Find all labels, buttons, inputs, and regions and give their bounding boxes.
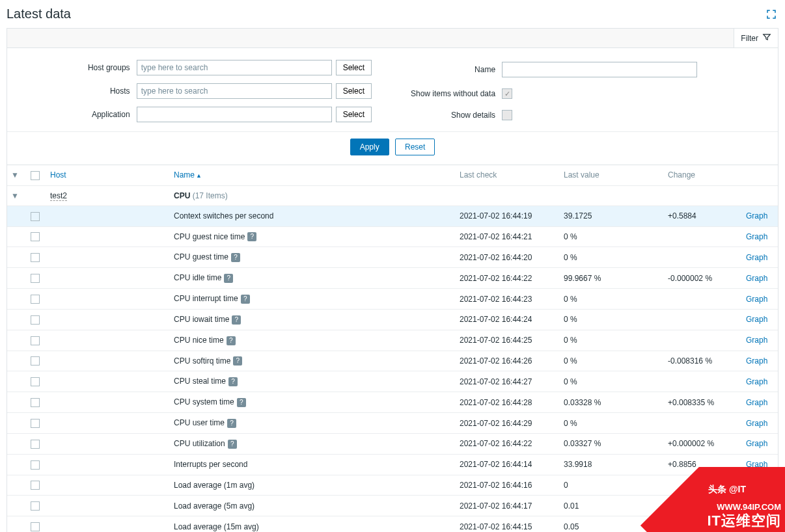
hosts-label: Hosts (88, 86, 130, 96)
collapse-group-icon[interactable]: ▼ (11, 191, 19, 200)
item-change (664, 371, 742, 392)
item-name: Load average (1m avg) (174, 481, 255, 490)
host-groups-input[interactable] (137, 60, 332, 75)
item-lastvalue: 0.01 (560, 496, 664, 516)
row-checkbox[interactable] (31, 274, 40, 283)
item-lastcheck: 2021-07-02 16:44:16 (456, 475, 560, 496)
item-change: -0.008316 % (664, 351, 742, 371)
help-icon[interactable]: ? (237, 398, 246, 407)
item-lastcheck: 2021-07-02 16:44:20 (456, 247, 560, 268)
item-change (664, 413, 742, 434)
graph-link[interactable]: Graph (746, 356, 767, 366)
row-checkbox[interactable] (31, 315, 40, 325)
item-change (664, 247, 742, 268)
table-row: CPU interrupt time?2021-07-02 16:44:230 … (7, 289, 778, 310)
graph-link[interactable]: Graph (746, 295, 767, 304)
application-select-button[interactable]: Select (336, 107, 372, 122)
graph-link[interactable]: Graph (746, 377, 767, 386)
select-all-checkbox[interactable] (31, 171, 40, 180)
row-checkbox[interactable] (31, 295, 40, 304)
item-lastvalue: 0 % (560, 309, 664, 330)
table-row: CPU guest time?2021-07-02 16:44:200 %Gra… (7, 247, 778, 268)
row-checkbox[interactable] (31, 419, 40, 428)
table-row: CPU nice time?2021-07-02 16:44:250 %Grap… (7, 330, 778, 351)
header-name[interactable]: Name▲ (174, 170, 202, 180)
row-checkbox[interactable] (31, 212, 40, 221)
row-checkbox[interactable] (31, 440, 40, 449)
collapse-all-icon[interactable]: ▼ (11, 170, 19, 180)
help-icon[interactable]: ? (241, 295, 250, 304)
apply-button[interactable]: Apply (350, 139, 389, 155)
graph-link[interactable]: Graph (746, 315, 767, 324)
show-details-label: Show details (411, 111, 495, 120)
item-name: Context switches per second (174, 211, 273, 220)
graph-link[interactable]: Graph (746, 232, 767, 241)
graph-link[interactable]: Graph (746, 398, 767, 407)
item-lastvalue: 0.03327 % (560, 433, 664, 454)
help-icon[interactable]: ? (227, 336, 236, 345)
host-groups-select-button[interactable]: Select (336, 60, 372, 75)
item-change: +0.008335 % (664, 392, 742, 413)
show-items-without-data-label: Show items without data (411, 89, 495, 98)
graph-link[interactable]: Graph (746, 460, 767, 469)
row-checkbox[interactable] (31, 377, 40, 386)
help-icon[interactable]: ? (233, 356, 242, 366)
item-lastcheck: 2021-07-02 16:44:19 (456, 206, 560, 226)
table-row: CPU idle time?2021-07-02 16:44:2299.9667… (7, 268, 778, 289)
item-lastcheck: 2021-07-02 16:44:26 (456, 351, 560, 371)
help-icon[interactable]: ? (231, 253, 240, 262)
item-lastcheck: 2021-07-02 16:44:22 (456, 268, 560, 289)
item-change: +0.5884 (664, 206, 742, 226)
help-icon[interactable]: ? (224, 274, 233, 283)
graph-link[interactable]: Graph (746, 211, 767, 220)
header-host[interactable]: Host (50, 170, 66, 180)
item-name: CPU guest nice time (174, 232, 245, 241)
table-row: Interrupts per second2021-07-02 16:44:14… (7, 454, 778, 475)
item-lastcheck: 2021-07-02 16:44:22 (456, 433, 560, 454)
show-details-checkbox[interactable] (502, 110, 512, 120)
graph-link[interactable]: Graph (746, 253, 767, 262)
row-checkbox[interactable] (31, 398, 40, 407)
row-checkbox[interactable] (31, 522, 40, 531)
reset-button[interactable]: Reset (395, 139, 435, 155)
item-lastvalue: 0 % (560, 247, 664, 268)
item-name: CPU guest time (174, 252, 228, 261)
help-icon[interactable]: ? (232, 315, 241, 325)
item-lastcheck: 2021-07-02 16:44:24 (456, 309, 560, 330)
graph-link[interactable]: Graph (746, 439, 767, 448)
item-name: Load average (15m avg) (174, 522, 259, 531)
row-checkbox[interactable] (31, 232, 40, 241)
row-checkbox[interactable] (31, 481, 40, 490)
header-change: Change (664, 165, 742, 185)
row-checkbox[interactable] (31, 253, 40, 262)
fullscreen-icon[interactable] (764, 7, 778, 21)
item-change: +0.000002 % (664, 433, 742, 454)
row-checkbox[interactable] (31, 356, 40, 366)
graph-link[interactable]: Graph (746, 274, 767, 283)
application-input[interactable] (137, 107, 332, 122)
row-checkbox[interactable] (31, 501, 40, 511)
help-icon[interactable]: ? (247, 232, 256, 241)
filter-tab[interactable]: Filter (734, 29, 778, 47)
table-row: Context switches per second2021-07-02 16… (7, 206, 778, 226)
graph-link[interactable]: Graph (746, 419, 767, 428)
host-link[interactable]: test2 (50, 191, 67, 201)
table-row: CPU softirq time?2021-07-02 16:44:260 %-… (7, 351, 778, 371)
help-icon[interactable]: ? (227, 419, 236, 428)
row-checkbox[interactable] (31, 460, 40, 470)
graph-link[interactable]: Graph (746, 336, 767, 345)
row-checkbox[interactable] (31, 336, 40, 345)
item-name: CPU softirq time (174, 356, 230, 366)
item-lastvalue: 0 (560, 475, 664, 496)
hosts-input[interactable] (137, 83, 332, 99)
item-lastvalue: 0 % (560, 289, 664, 310)
show-items-without-data-checkbox[interactable] (502, 88, 512, 99)
item-change (664, 475, 742, 496)
filter-tab-label: Filter (741, 34, 758, 43)
help-icon[interactable]: ? (228, 440, 237, 449)
hosts-select-button[interactable]: Select (336, 83, 372, 99)
help-icon[interactable]: ? (228, 377, 238, 386)
name-input[interactable] (502, 62, 697, 77)
item-lastvalue: 0.03328 % (560, 392, 664, 413)
item-change (664, 330, 742, 351)
